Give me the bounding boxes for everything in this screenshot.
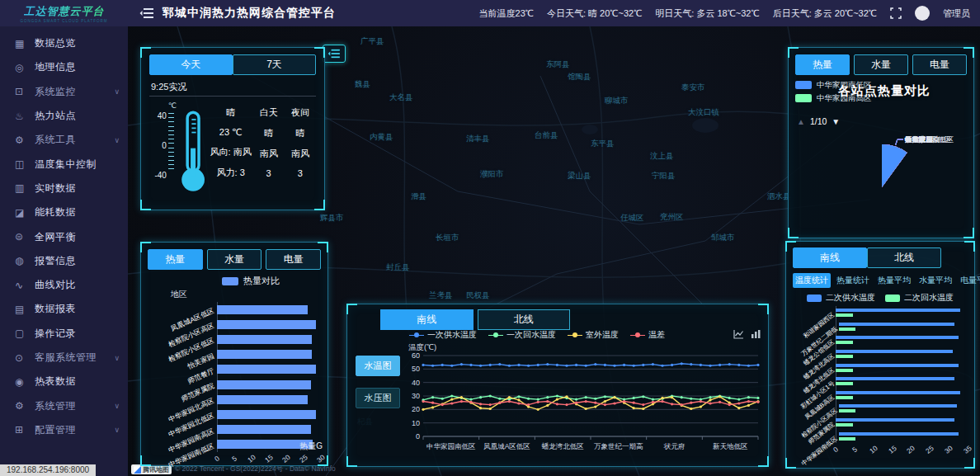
x-axis-tick: 30 <box>943 444 954 455</box>
sidebar-item-realtime-data[interactable]: ▥实时数据 <box>0 177 128 200</box>
sidebar-item-operation-log[interactable]: ▢操作记录 <box>0 322 128 346</box>
subtab-热量统计[interactable]: 热量统计 <box>834 273 872 288</box>
fullscreen-icon[interactable] <box>890 7 902 19</box>
sidebar-item-system-monitor[interactable]: ⊡系统监控∨ <box>0 80 128 104</box>
legend-item[interactable]: 一次回水温度 <box>488 329 556 341</box>
sidebar-item-heat-meter-data[interactable]: ◉热表数据 <box>0 370 128 394</box>
sidebar-item-label: 能耗数据 <box>35 205 76 219</box>
sidebar-item-geo-info[interactable]: ◎地理信息 <box>0 55 128 79</box>
legend-item[interactable]: 二次供水温度 <box>807 292 875 304</box>
menu-collapse-icon[interactable] <box>139 7 154 19</box>
energy-icon: ◪ <box>15 207 26 219</box>
top-header: 工达智慧云平台 GONGDA SMART CLOUD PLATFORM 郓城中润… <box>0 0 980 26</box>
logo-subtitle: GONGDA SMART CLOUD PLATFORM <box>20 19 107 23</box>
temp-bar <box>836 336 959 339</box>
x-axis-label: 新天地低区 <box>713 442 748 450</box>
chevron-down-icon: ∨ <box>114 426 120 434</box>
y-axis-title: 地区 <box>171 289 321 300</box>
report-icon: ▤ <box>15 304 26 315</box>
tab-south-line[interactable]: 南线 <box>793 247 867 268</box>
scale-tick: 0 <box>162 141 167 171</box>
chart-mode-buttons: 水温图 水压图 <box>356 356 400 408</box>
sidebar-item-label: 曲线对比 <box>35 278 76 292</box>
x-axis-tick: 25 <box>298 453 309 464</box>
heat-bar <box>217 425 311 434</box>
subtab-水量平均[interactable]: 水量平均 <box>916 273 954 288</box>
panel-collapse-icon[interactable] <box>323 45 346 63</box>
tab-heat[interactable]: 热量 <box>148 249 203 270</box>
sidebar-item-alarm-info[interactable]: ◍报警信息 <box>0 249 128 273</box>
sidebar-item-system-mgmt[interactable]: ⚙系统管理∨ <box>0 394 128 417</box>
tab-water[interactable]: 水量 <box>207 249 262 270</box>
sidebar-item-overview[interactable]: ▦数据总览 <box>0 31 128 55</box>
sidebar-item-label: 客服系统管理 <box>35 351 97 365</box>
alarm-icon: ◍ <box>15 255 26 266</box>
water-temp-button[interactable]: 水温图 <box>356 356 400 376</box>
tab-electric[interactable]: 电量 <box>266 249 321 270</box>
current-condition: 晴 <box>209 106 253 119</box>
legend-item[interactable]: 一次供水温度 <box>409 329 477 341</box>
temp-bar <box>839 409 855 412</box>
bar-view-icon[interactable] <box>751 329 761 339</box>
pager-up-icon[interactable]: ▲ <box>797 117 805 126</box>
panel-corner <box>346 456 357 467</box>
x-axis-label: 中华家园南低区 <box>426 442 476 450</box>
log-icon: ▢ <box>15 328 26 339</box>
sidebar-item-label: 系统工具 <box>35 133 76 147</box>
sidebar-item-curve-compare[interactable]: ∿曲线对比 <box>0 273 128 297</box>
sidebar-item-label: 数据总览 <box>35 36 76 50</box>
subtab-温度统计[interactable]: 温度统计 <box>793 273 831 288</box>
avatar[interactable] <box>915 6 930 21</box>
x-axis-tick: 10 <box>868 444 879 455</box>
tab-today[interactable]: 今天 <box>149 54 233 75</box>
tab-water[interactable]: 水量 <box>854 54 908 75</box>
legend-label: 一次供水温度 <box>427 329 477 341</box>
x-axis-tick: 5 <box>230 454 238 463</box>
subtab-热量平均[interactable]: 热量平均 <box>875 273 913 288</box>
pager-down-icon[interactable]: ▼ <box>832 117 840 126</box>
legend-label: 一次回水温度 <box>506 329 556 341</box>
map-place-label: 清丰县 <box>466 134 490 144</box>
pie-slice[interactable] <box>882 144 907 187</box>
map-place-label: 邹城市 <box>711 233 735 243</box>
sidebar-item-data-report[interactable]: ▤数据报表 <box>0 297 128 321</box>
tab-7days[interactable]: 7天 <box>233 54 316 75</box>
weather-today: 今日天气: 晴 20℃~32℃ <box>547 7 642 20</box>
x-axis-tick: 15 <box>887 444 898 455</box>
tab-north-line[interactable]: 北线 <box>867 247 941 268</box>
sidebar-item-system-tools[interactable]: ⚙系统工具∨ <box>0 128 128 152</box>
sidebar-item-energy-data[interactable]: ◪能耗数据 <box>0 200 128 224</box>
map-place-label: 民权县 <box>466 290 490 301</box>
sidebar-item-customer-service-mgmt[interactable]: ⊙客服系统管理∨ <box>0 346 128 370</box>
sidebar-item-config-mgmt[interactable]: ⊞配置管理∨ <box>0 418 128 442</box>
line-series <box>423 396 758 400</box>
tab-south-line[interactable]: 南线 <box>380 309 474 330</box>
sidebar-item-label: 热力站点 <box>35 109 76 123</box>
line-view-icon[interactable] <box>733 329 744 339</box>
sidebar-item-heat-stations[interactable]: ♨热力站点 <box>0 104 128 128</box>
map-place-label: 台前县 <box>535 130 558 141</box>
sidebar-nav: ▦数据总览◎地理信息⊡系统监控∨♨热力站点⚙系统工具∨◫温度集中控制▥实时数据◪… <box>0 26 128 476</box>
map-place-label: 东平县 <box>591 139 615 149</box>
legend-swatch <box>885 295 900 302</box>
heat-bar <box>217 350 312 359</box>
panel-corner <box>785 458 796 469</box>
heat-bar <box>217 440 313 449</box>
water-pressure-button[interactable]: 水压图 <box>356 388 400 408</box>
tab-north-line[interactable]: 北线 <box>478 309 571 330</box>
sidebar-item-temp-central-control[interactable]: ◫温度集中控制 <box>0 152 128 176</box>
map-place-label: 宁阳县 <box>652 171 676 181</box>
legend-label: 二次供水温度 <box>826 292 875 304</box>
weather-forecast-panel: 今天 7天 9:25实况 ℃ 40 0 -40 晴 <box>140 47 325 210</box>
temperature-line-panel: 南线 北线 一次供水温度一次回水温度室外温度温差 水温图 水压图 温度(℃) 0… <box>346 304 769 467</box>
user-name[interactable]: 管理员 <box>943 7 970 20</box>
subtab-电量平均[interactable]: 电量平均 <box>958 273 980 288</box>
legend-swatch <box>795 81 812 89</box>
legend-item[interactable]: 温差 <box>630 329 665 341</box>
tab-heat[interactable]: 热量 <box>795 54 850 75</box>
sidebar-item-network-balance[interactable]: ⊜全网平衡 <box>0 224 128 248</box>
forecast-night-column: 夜间 晴 南风 3 <box>285 101 316 202</box>
legend-item[interactable]: 二次回水温度 <box>885 292 954 304</box>
tab-electric[interactable]: 电量 <box>912 54 967 75</box>
legend-item[interactable]: 室外温度 <box>568 329 619 341</box>
